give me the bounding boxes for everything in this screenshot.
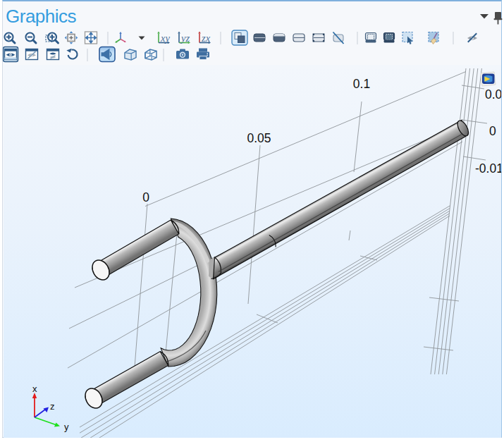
svg-text:0: 0	[142, 190, 149, 204]
svg-text:0.1: 0.1	[353, 77, 370, 91]
svg-text:0.05: 0.05	[247, 131, 271, 145]
svg-text:0: 0	[489, 124, 496, 138]
svg-text:zx: zx	[201, 32, 211, 44]
svg-text:z: z	[50, 401, 55, 412]
svg-text:-0.01: -0.01	[475, 161, 501, 176]
svg-text:y: y	[64, 422, 69, 432]
svg-text:yz: yz	[180, 32, 190, 44]
svg-text:x: x	[32, 383, 37, 394]
svg-text:0.0: 0.0	[485, 87, 501, 102]
svg-text:xy: xy	[160, 32, 170, 44]
